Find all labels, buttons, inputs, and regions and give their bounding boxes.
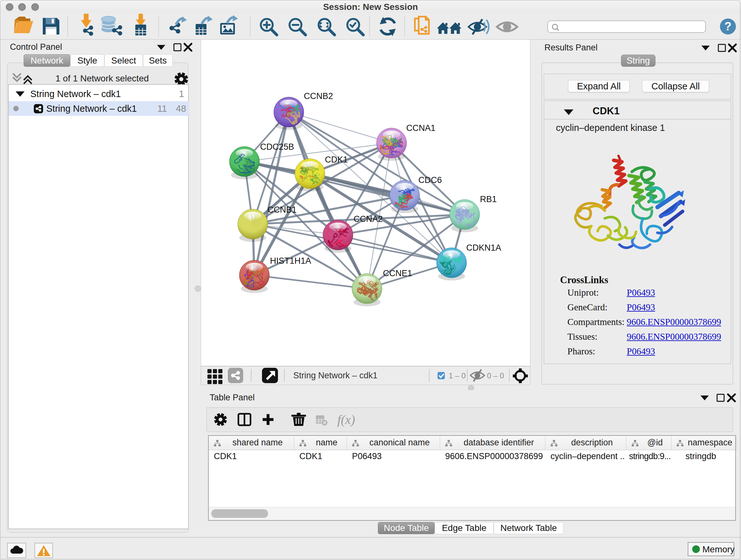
svg-text:CDC6: CDC6 [418, 175, 442, 185]
svg-text:RB1: RB1 [480, 194, 497, 204]
svg-text:CCNB1: CCNB1 [267, 205, 297, 214]
svg-text:f(x): f(x) [337, 413, 355, 427]
svg-text:CDK1: CDK1 [325, 155, 348, 165]
svg-text:CCNB2: CCNB2 [304, 91, 333, 101]
svg-text:CDC25B: CDC25B [260, 142, 294, 152]
svg-text:HIST1H1A: HIST1H1A [270, 256, 311, 266]
svg-text:CCNE1: CCNE1 [383, 268, 412, 278]
svg-text:?: ? [724, 20, 731, 33]
svg-text:CCNA2: CCNA2 [354, 214, 383, 224]
svg-text:CCNA1: CCNA1 [406, 123, 435, 133]
svg-text:CDKN1A: CDKN1A [466, 243, 501, 253]
